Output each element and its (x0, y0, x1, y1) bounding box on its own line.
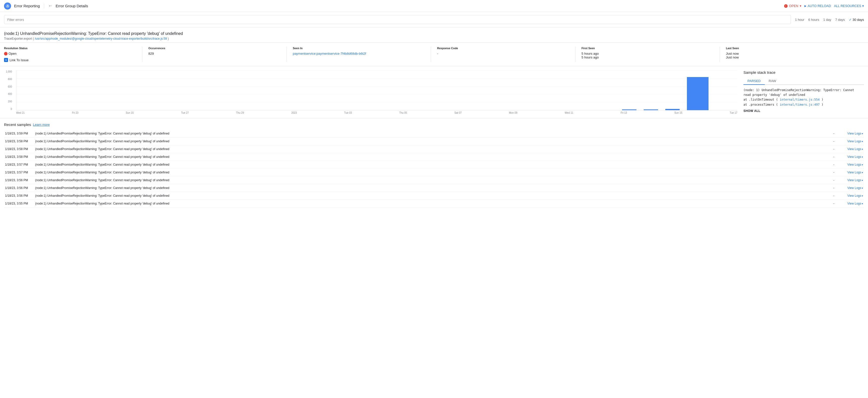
all-resources-label: ALL RESOURCES (834, 4, 861, 8)
view-logs-cell: View Logs ▾ (839, 161, 864, 169)
sample-dash: - (829, 200, 839, 207)
sample-message: (node:1) UnhandledPromiseRejectionWarnin… (34, 145, 829, 153)
view-logs-button[interactable]: View Logs ▾ (847, 202, 863, 205)
sample-message: (node:1) UnhandledPromiseRejectionWarnin… (34, 192, 829, 200)
table-row: 1/18/23, 3:56 PM (node:1) UnhandledPromi… (4, 176, 864, 184)
stack-line-3: at .listOnTimeout ( internal/timers.js:5… (743, 97, 864, 102)
view-logs-button[interactable]: View Logs ▾ (847, 155, 863, 159)
link-to-issue-label: Link To Issue (9, 58, 29, 62)
occurrences-value: 829 (149, 52, 281, 56)
recent-samples-section: Recent samples Learn more 1/18/23, 3:59 … (0, 119, 868, 211)
time-filter-7days[interactable]: 7 days (835, 18, 845, 22)
x-label-tue03: Tue 03 (344, 111, 352, 114)
sample-dash: - (829, 137, 839, 145)
y-label-600: 600 (8, 85, 12, 88)
filter-bar: 1 hour 6 hours 1 day 7 days 30 days (0, 12, 868, 27)
response-code-value: - (437, 52, 569, 56)
auto-reload-label: AUTO RELOAD (807, 4, 831, 8)
subtitle-link[interactable]: /usr/src/app/node_modules/@google-cloud/… (35, 37, 167, 40)
y-label-200: 200 (8, 100, 12, 103)
tab-parsed[interactable]: PARSED (743, 77, 765, 85)
chevron-down-icon: ▾ (862, 179, 863, 182)
stack-link-1[interactable]: internal/timers.js:554 (780, 98, 820, 101)
play-icon: ▶ (804, 4, 806, 7)
view-logs-cell: View Logs ▾ (839, 130, 864, 137)
view-logs-button[interactable]: View Logs ▾ (847, 147, 863, 151)
view-logs-button[interactable]: View Logs ▾ (847, 178, 863, 182)
time-filter-1hour[interactable]: 1 hour (795, 18, 804, 22)
table-row: 1/18/23, 3:59 PM (node:1) UnhandledPromi… (4, 130, 864, 137)
all-resources-dropdown[interactable]: ALL RESOURCES ▾ (834, 4, 864, 8)
last-seen-label: Last Seen (726, 47, 858, 50)
meta-seen-in: Seen In paymentservice:paymentservice-7f… (293, 47, 431, 62)
time-filter-6hours[interactable]: 6 hours (808, 18, 819, 22)
view-logs-button[interactable]: View Logs ▾ (847, 132, 863, 135)
header-divider (44, 3, 44, 8)
view-logs-cell: View Logs ▾ (839, 200, 864, 207)
learn-more-link[interactable]: Learn more (33, 123, 50, 127)
link-icon: ⧉ (4, 58, 8, 62)
time-filter-30days[interactable]: 30 days (849, 18, 864, 22)
chevron-down-icon: ▾ (862, 132, 863, 135)
stack-link-2[interactable]: internal/timers.js:497 (780, 103, 820, 106)
sample-message: (node:1) UnhandledPromiseRejectionWarnin… (34, 169, 829, 176)
view-logs-button[interactable]: View Logs ▾ (847, 186, 863, 190)
status-dropdown[interactable]: ! OPEN ▾ (784, 4, 802, 8)
x-label-tue17: Tue 17 (730, 111, 737, 114)
x-label-mon09: Mon 09 (509, 111, 517, 114)
tab-raw[interactable]: RAW (765, 77, 780, 85)
view-logs-cell: View Logs ▾ (839, 169, 864, 176)
sample-message: (node:1) UnhandledPromiseRejectionWarnin… (34, 200, 829, 207)
view-logs-button[interactable]: View Logs ▾ (847, 139, 863, 143)
view-logs-button[interactable]: View Logs ▾ (847, 194, 863, 198)
seen-in-label: Seen In (293, 47, 425, 50)
meta-occurrences: Occurrences 829 (149, 47, 287, 62)
chevron-down-icon: ▾ (862, 202, 863, 205)
show-all-button[interactable]: SHOW ALL (743, 109, 864, 113)
table-row: 1/18/23, 3:57 PM (node:1) UnhandledPromi… (4, 161, 864, 169)
table-row: 1/18/23, 3:58 PM (node:1) UnhandledPromi… (4, 137, 864, 145)
subtitle-suffix: ) (168, 37, 169, 40)
view-logs-cell: View Logs ▾ (839, 145, 864, 153)
status-dot: ! (784, 4, 787, 8)
chevron-down-icon: ▾ (862, 156, 863, 158)
time-filter-1day[interactable]: 1 day (823, 18, 831, 22)
view-logs-button[interactable]: View Logs ▾ (847, 163, 863, 166)
sample-time: 1/18/23, 3:58 PM (4, 145, 34, 153)
view-logs-cell: View Logs ▾ (839, 153, 864, 161)
stack-trace-area: Sample stack trace PARSED RAW (node: 1) … (743, 70, 864, 114)
samples-table: 1/18/23, 3:59 PM (node:1) UnhandledPromi… (4, 130, 864, 207)
filter-input[interactable] (4, 15, 791, 24)
sample-time: 1/18/23, 3:56 PM (4, 184, 34, 192)
table-row: 1/18/23, 3:56 PM (node:1) UnhandledPromi… (4, 184, 864, 192)
seen-in-value: paymentservice:paymentservice-7f4b8d68db… (293, 52, 425, 56)
last-seen-value1: Just now (726, 52, 858, 56)
x-label-2023: 2023 (291, 111, 297, 114)
seen-in-link[interactable]: paymentservice:paymentservice-7f4b8d68db… (293, 52, 366, 56)
x-label-thu29: Thu 29 (236, 111, 244, 114)
table-row: 1/18/23, 3:57 PM (node:1) UnhandledPromi… (4, 169, 864, 176)
chevron-down-icon: ▾ (862, 171, 863, 174)
view-logs-cell: View Logs ▾ (839, 176, 864, 184)
chart-bar-1 (665, 109, 680, 110)
sample-dash: - (829, 153, 839, 161)
view-logs-button[interactable]: View Logs ▾ (847, 171, 863, 174)
sample-time: 1/18/23, 3:59 PM (4, 130, 34, 137)
x-label-fri13: Fri 13 (621, 111, 627, 114)
stack-trace-title: Sample stack trace (743, 70, 864, 74)
link-to-issue-button[interactable]: ⧉ Link To Issue (4, 58, 136, 62)
stack-line-1: (node: 1) UnhandledPromiseRejectionWarni… (743, 88, 864, 93)
auto-reload-button[interactable]: ▶ AUTO RELOAD (804, 4, 831, 8)
sample-dash: - (829, 184, 839, 192)
stack-line-4: at .processTimers ( internal/timers.js:4… (743, 102, 864, 107)
chart-bar-3 (622, 109, 637, 110)
first-seen-value2: 5 hours ago (582, 56, 714, 59)
chart-bar-2 (644, 109, 658, 110)
y-label-0: 0 (10, 108, 12, 110)
meta-resolution: Resolution Status Open ⧉ Link To Issue (4, 47, 143, 62)
view-logs-cell: View Logs ▾ (839, 192, 864, 200)
app-title: Error Reporting (14, 4, 40, 8)
sample-dash: - (829, 161, 839, 169)
resolution-value: Open (4, 52, 136, 56)
back-button[interactable]: ← (48, 3, 53, 8)
